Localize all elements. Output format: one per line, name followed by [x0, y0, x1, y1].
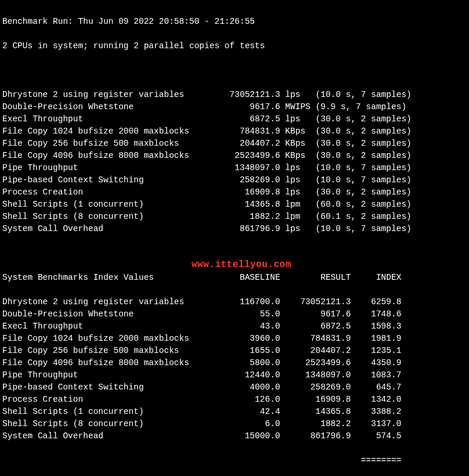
cpu-info-line: 2 CPUs in system; running 2 parallel cop…: [2, 40, 467, 52]
result-row: Process Creation 16909.8 lps (30.0 s, 2 …: [2, 186, 467, 199]
index-row: File Copy 1024 bufsize 2000 maxblocks 39…: [2, 333, 467, 345]
index-row: Execl Throughput 43.0 6872.5 1598.3: [2, 320, 467, 333]
separator-row: ========: [2, 455, 467, 467]
index-row: File Copy 4096 bufsize 8000 maxblocks 58…: [2, 357, 467, 369]
result-row: Shell Scripts (1 concurrent) 14365.8 lpm…: [2, 199, 467, 211]
index-header-row: System Benchmarks Index Values BASELINE …: [2, 272, 467, 284]
result-row: File Copy 4096 bufsize 8000 maxblocks 25…: [2, 150, 467, 162]
index-row: Pipe Throughput 12440.0 1348097.0 1083.7: [2, 369, 467, 381]
result-row: Execl Throughput 6872.5 lps (30.0 s, 2 s…: [2, 113, 467, 125]
blank-line: [2, 247, 467, 259]
result-row: Pipe Throughput 1348097.0 lps (10.0 s, 7…: [2, 162, 467, 174]
result-row: System Call Overhead 861796.9 lps (10.0 …: [2, 223, 467, 235]
result-row: File Copy 256 bufsize 500 maxblocks 2044…: [2, 138, 467, 150]
result-row: Double-Precision Whetstone 9617.6 MWIPS …: [2, 101, 467, 113]
watermark-text: www.ittellyou.com: [192, 259, 291, 271]
index-row: Shell Scripts (8 concurrent) 6.0 1882.2 …: [2, 418, 467, 430]
terminal-output: Benchmark Run: Thu Jun 09 2022 20:58:50 …: [0, 0, 469, 476]
index-row: System Call Overhead 15000.0 861796.9 57…: [2, 430, 467, 442]
result-row: Dhrystone 2 using register variables 730…: [2, 89, 467, 101]
index-row: Double-Precision Whetstone 55.0 9617.6 1…: [2, 308, 467, 320]
index-row: Dhrystone 2 using register variables 116…: [2, 296, 467, 308]
result-row: File Copy 1024 bufsize 2000 maxblocks 78…: [2, 125, 467, 138]
benchmark-run-line: Benchmark Run: Thu Jun 09 2022 20:58:50 …: [2, 16, 467, 28]
result-row: Pipe-based Context Switching 258269.0 lp…: [2, 174, 467, 186]
index-row: Shell Scripts (1 concurrent) 42.4 14365.…: [2, 406, 467, 418]
index-row: Process Creation 126.0 16909.8 1342.0: [2, 394, 467, 406]
result-row: Shell Scripts (8 concurrent) 1882.2 lpm …: [2, 211, 467, 223]
index-row: File Copy 256 bufsize 500 maxblocks 1655…: [2, 345, 467, 357]
blank-line: [2, 64, 467, 77]
index-row: Pipe-based Context Switching 4000.0 2582…: [2, 381, 467, 394]
